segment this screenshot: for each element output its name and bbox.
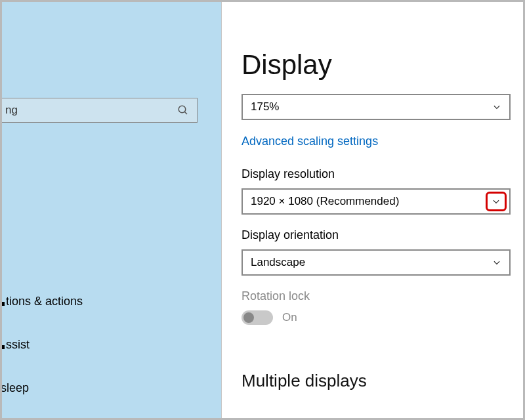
page-title: Display xyxy=(242,49,332,81)
rotation-lock-row: On xyxy=(242,310,297,325)
bullet-icon xyxy=(2,302,5,306)
rotation-lock-label: Rotation lock xyxy=(242,289,310,303)
resolution-dropdown[interactable]: 1920 × 1080 (Recommended) xyxy=(242,188,511,215)
search-icon xyxy=(177,104,189,116)
scale-value: 175% xyxy=(251,100,492,114)
settings-window: tions & actions ssist sleep Display 175%… xyxy=(0,0,525,420)
orientation-dropdown[interactable]: Landscape xyxy=(242,249,511,276)
bullet-icon xyxy=(2,345,5,349)
rotation-lock-toggle[interactable] xyxy=(242,310,273,325)
sidebar-item-assist[interactable]: ssist xyxy=(6,338,30,352)
main-panel: Display 175% Advanced scaling settings D… xyxy=(222,2,523,418)
sidebar-item-sleep[interactable]: sleep xyxy=(2,381,29,395)
sidebar: tions & actions ssist sleep xyxy=(2,2,222,418)
orientation-label: Display orientation xyxy=(242,228,339,242)
sidebar-item-notifications[interactable]: tions & actions xyxy=(6,295,83,308)
svg-point-0 xyxy=(178,106,186,113)
chevron-down-icon xyxy=(492,197,501,206)
svg-line-1 xyxy=(184,112,187,114)
scale-dropdown[interactable]: 175% xyxy=(242,94,511,120)
toggle-knob xyxy=(243,312,254,323)
search-input[interactable] xyxy=(2,98,197,122)
chevron-down-icon xyxy=(492,102,501,112)
resolution-chevron-highlight[interactable] xyxy=(486,192,507,211)
advanced-scaling-link[interactable]: Advanced scaling settings xyxy=(242,135,378,148)
section-multiple-displays: Multiple displays xyxy=(242,371,367,391)
resolution-value: 1920 × 1080 (Recommended) xyxy=(251,195,501,208)
search-field[interactable] xyxy=(2,98,198,123)
chevron-down-icon xyxy=(492,258,501,267)
resolution-label: Display resolution xyxy=(242,167,335,181)
rotation-lock-state: On xyxy=(282,311,297,324)
orientation-value: Landscape xyxy=(251,256,492,269)
